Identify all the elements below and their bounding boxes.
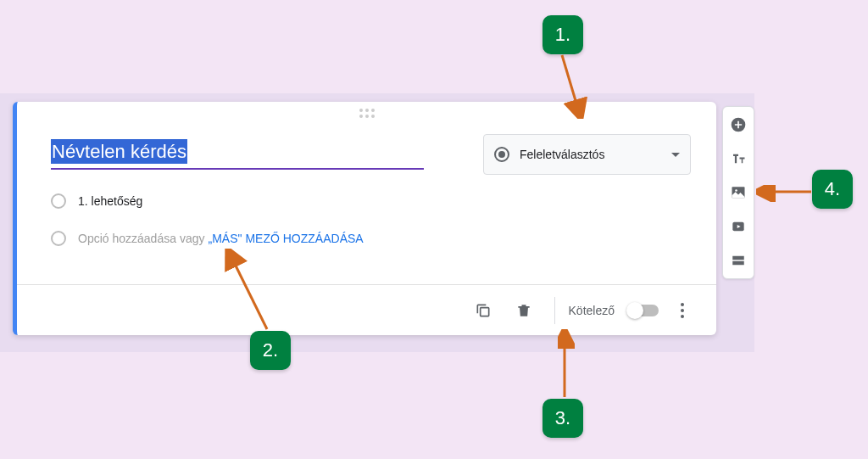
svg-rect-6 [732,261,744,266]
svg-point-3 [735,189,737,192]
toggle-knob [626,302,643,319]
radio-option-icon [51,193,66,209]
drag-handle-icon[interactable] [359,109,375,118]
side-toolbar [722,106,754,279]
question-title-input[interactable]: Névtelen kérdés [51,137,424,170]
callout-label: 2. [263,339,278,361]
callout-label: 4. [825,178,840,200]
annotation-callout-2: 2. [250,331,291,370]
required-toggle[interactable] [628,305,659,316]
callout-label: 1. [555,24,570,46]
add-image-button[interactable] [729,183,748,202]
delete-button[interactable] [507,294,541,327]
svg-rect-0 [480,307,488,316]
question-type-dropdown[interactable]: Feleletválasztós [483,134,691,175]
annotation-callout-3: 3. [542,399,583,438]
more-options-button[interactable] [665,294,699,327]
add-option-row: Opció hozzáadása vagy „MÁS" MEZŐ HOZZÁAD… [51,231,364,246]
add-video-button[interactable] [729,217,748,236]
callout-label: 3. [555,407,570,429]
annotation-callout-4: 4. [812,170,853,209]
add-section-button[interactable] [729,251,748,270]
svg-rect-5 [732,256,744,260]
annotation-callout-1: 1. [542,15,583,54]
arrow-4 [756,185,815,202]
chevron-down-icon [671,153,680,157]
duplicate-button[interactable] [466,294,500,327]
add-title-button[interactable] [729,149,748,168]
more-vertical-icon [681,303,684,318]
divider [554,297,555,324]
dropdown-label: Feleletválasztós [520,148,671,161]
question-title-text: Névtelen kérdés [51,139,187,164]
or-text: vagy [180,232,205,245]
radio-icon [494,147,509,162]
add-question-button[interactable] [729,115,748,134]
add-other-link[interactable]: „MÁS" MEZŐ HOZZÁADÁSA [209,232,364,245]
card-footer: Kötelező [17,284,716,335]
required-label: Kötelező [569,304,615,317]
option-row[interactable]: 1. lehetőség [51,193,142,209]
option-text: 1. lehetőség [78,194,142,208]
radio-option-icon [51,231,66,246]
question-card: Névtelen kérdés Feleletválasztós 1. lehe… [13,102,716,335]
add-option-text[interactable]: Opció hozzáadása [78,232,176,245]
